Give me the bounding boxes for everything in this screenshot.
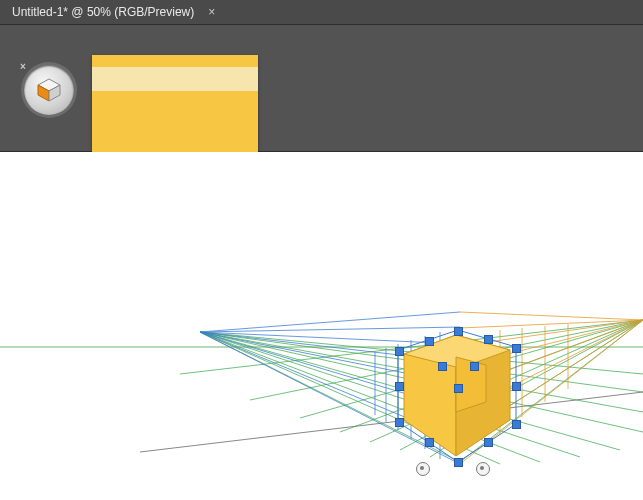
selection-handle[interactable]: [438, 362, 447, 371]
document-tab-title: Untitled-1* @ 50% (RGB/Preview): [12, 5, 194, 19]
svg-line-28: [200, 312, 460, 332]
selection-handle[interactable]: [454, 458, 463, 467]
selection-handle[interactable]: [425, 337, 434, 346]
selection-handle[interactable]: [512, 344, 521, 353]
close-icon[interactable]: ×: [208, 6, 215, 18]
selection-handle[interactable]: [425, 438, 434, 447]
selection-handle[interactable]: [484, 335, 493, 344]
selection-handle[interactable]: [454, 384, 463, 393]
selection-handle[interactable]: [395, 418, 404, 427]
selection-handle[interactable]: [484, 438, 493, 447]
svg-line-4: [140, 392, 643, 452]
perspective-station-point[interactable]: [416, 462, 430, 476]
svg-line-29: [200, 327, 460, 332]
selection-handle[interactable]: [512, 420, 521, 429]
document-tab-strip: Untitled-1* @ 50% (RGB/Preview) ×: [0, 0, 643, 24]
selection-handle[interactable]: [512, 382, 521, 391]
selection-handle[interactable]: [395, 382, 404, 391]
selection-handle[interactable]: [470, 362, 479, 371]
perspective-grid: [0, 152, 643, 500]
selection-handle[interactable]: [454, 327, 463, 336]
control-bar: ×: [0, 24, 643, 152]
svg-line-36: [460, 312, 643, 320]
cube-icon: [36, 77, 62, 103]
perspective-widget-close-icon[interactable]: ×: [20, 61, 26, 72]
artboard[interactable]: [0, 152, 643, 500]
document-tab[interactable]: Untitled-1* @ 50% (RGB/Preview) ×: [0, 0, 227, 24]
color-swatch-preview: [92, 55, 258, 167]
perspective-plane-widget[interactable]: [24, 65, 74, 115]
perspective-station-point[interactable]: [476, 462, 490, 476]
selection-handle[interactable]: [395, 347, 404, 356]
color-swatch-highlight: [92, 67, 258, 91]
